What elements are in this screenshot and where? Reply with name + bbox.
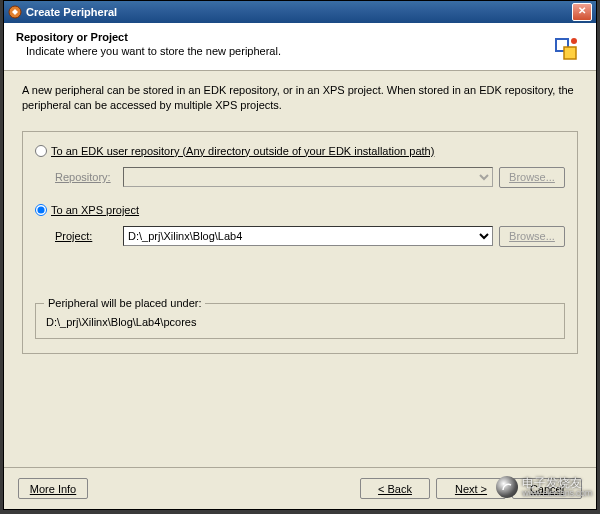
svg-point-1 — [571, 38, 577, 44]
project-browse-button: Browse... — [499, 226, 565, 247]
back-button[interactable]: < Back — [360, 478, 430, 499]
wizard-icon — [548, 31, 584, 67]
content-area: A new peripheral can be stored in an EDK… — [4, 71, 596, 362]
placed-under-path: D:\_prj\Xilinx\Blog\Lab4\pcores — [46, 316, 554, 328]
window-title: Create Peripheral — [26, 6, 117, 18]
page-title: Repository or Project — [16, 31, 584, 43]
project-field-row: Project: D:\_prj\Xilinx\Blog\Lab4 Browse… — [55, 226, 565, 247]
cancel-button[interactable]: Cancel — [512, 478, 582, 499]
placed-under-legend: Peripheral will be placed under: — [44, 297, 205, 309]
close-button[interactable]: ✕ — [572, 3, 592, 21]
intro-text: A new peripheral can be stored in an EDK… — [22, 83, 578, 113]
xps-radio-label[interactable]: To an XPS project — [51, 204, 139, 216]
options-group: To an EDK user repository (Any directory… — [22, 131, 578, 354]
xps-radio[interactable] — [35, 204, 47, 216]
next-button[interactable]: Next > — [436, 478, 506, 499]
project-select[interactable]: D:\_prj\Xilinx\Blog\Lab4 — [123, 226, 493, 246]
radio-row-xps[interactable]: To an XPS project — [35, 204, 565, 216]
wizard-header: Repository or Project Indicate where you… — [4, 23, 596, 71]
project-label: Project: — [55, 230, 117, 242]
footer: More Info < Back Next > Cancel — [4, 467, 596, 509]
page-subtitle: Indicate where you want to store the new… — [26, 45, 584, 57]
repository-select — [123, 167, 493, 187]
more-info-button[interactable]: More Info — [18, 478, 88, 499]
repository-browse-button: Browse... — [499, 167, 565, 188]
app-icon — [8, 5, 22, 19]
titlebar[interactable]: Create Peripheral ✕ — [4, 1, 596, 23]
edk-radio[interactable] — [35, 145, 47, 157]
placed-under-group: Peripheral will be placed under: D:\_prj… — [35, 303, 565, 339]
edk-radio-label[interactable]: To an EDK user repository (Any directory… — [51, 145, 434, 157]
radio-row-edk[interactable]: To an EDK user repository (Any directory… — [35, 145, 565, 157]
repository-field-row: Repository: Browse... — [55, 167, 565, 188]
repository-label: Repository: — [55, 171, 117, 183]
dialog-window: Create Peripheral ✕ Repository or Projec… — [3, 0, 597, 510]
